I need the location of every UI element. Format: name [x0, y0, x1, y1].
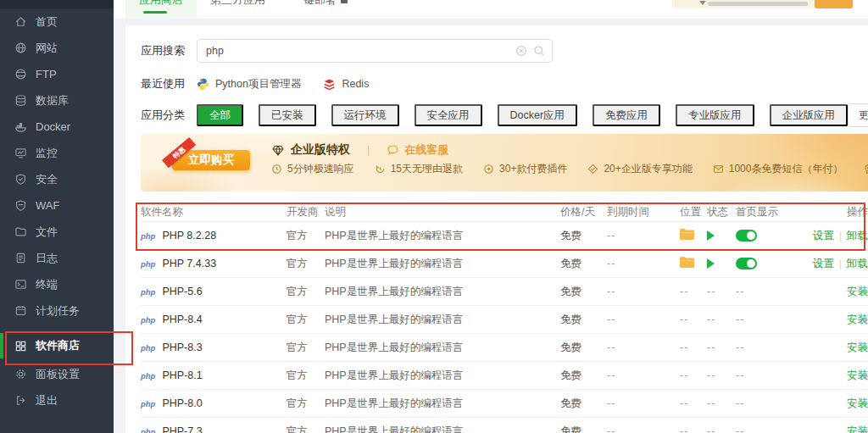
sidebar-item-logs[interactable]: 日志 [0, 245, 114, 271]
actions-cell: 安装 [800, 341, 868, 355]
action-link-安装[interactable]: 安装 [847, 397, 868, 409]
software-name: PHP-8.3 [162, 341, 202, 353]
status-cell [707, 230, 736, 241]
action-link-安装[interactable]: 安装 [847, 341, 868, 353]
banner-feature-4: 1000条免费短信（年付） [713, 162, 843, 176]
action-link-安装[interactable]: 安装 [847, 314, 868, 325]
sidebar-item-files[interactable]: 文件 [0, 219, 114, 245]
location-cell: -- [680, 369, 707, 381]
sidebar-item-appstore[interactable]: 软件商店 [0, 330, 114, 361]
price-cell: 免费 [560, 285, 607, 299]
home-display-toggle[interactable] [736, 258, 757, 269]
sidebar-item-site[interactable]: 网站 [0, 35, 114, 61]
action-link-安装[interactable]: 安装 [847, 369, 868, 381]
category-button-7[interactable]: 企业版应用 [770, 104, 849, 126]
sidebar-item-monitor[interactable]: 监控 [0, 140, 114, 166]
sidebar-item-settings[interactable]: 面板设置 [0, 361, 114, 387]
promo-button[interactable] [815, 0, 853, 8]
circle-close-icon[interactable] [515, 45, 527, 57]
category-button-4[interactable]: Docker应用 [498, 104, 578, 126]
category-button-6[interactable]: 专业版应用 [676, 104, 754, 126]
sidebar-item-logout[interactable]: 退出 [0, 387, 114, 414]
running-play-icon[interactable] [707, 230, 715, 241]
sidebar-item-label: 网站 [36, 41, 58, 56]
price-cell: 免费 [560, 313, 607, 327]
update-software-list-button[interactable]: 更新软件列表 / 支付状态 [848, 103, 868, 127]
recent-items: Python项目管理器Redis [197, 77, 391, 92]
table-header: 软件名称开发商说明价格/天到期时间位置状态首页显示操作 [141, 203, 868, 222]
category-button-3[interactable]: 安全应用 [415, 104, 482, 126]
home-display-cell [736, 258, 800, 269]
sidebar-item-label: FTP [36, 68, 57, 80]
main-area: 应用商店第三方应用一键部署 应用搜索 最近 [114, 0, 868, 433]
sidebar-item-home[interactable]: 首页 [0, 8, 114, 35]
column-header-0: 软件名称 [141, 205, 287, 219]
table-row-4: phpPHP-8.3官方PHP是世界上最好的编程语言免费--------安装 [141, 334, 868, 362]
category-button-1[interactable]: 已安装 [259, 104, 316, 126]
running-play-icon[interactable] [707, 258, 715, 269]
tab-0[interactable]: 应用商店 [125, 0, 197, 19]
tab-1[interactable]: 第三方应用 [197, 0, 279, 19]
open-folder-icon[interactable] [680, 257, 694, 270]
sidebar-item-docker[interactable]: Docker [0, 114, 114, 140]
table-row-3: phpPHP-8.4官方PHP是世界上最好的编程语言免费--------安装 [141, 306, 868, 334]
sidebar-item-terminal[interactable]: 终端 [0, 271, 114, 297]
status-cell: -- [707, 314, 736, 325]
recent-item-label: Redis [342, 78, 369, 90]
recent-item-label: Python项目管理器 [215, 77, 301, 92]
description-cell: PHP是世界上最好的编程语言 [325, 257, 560, 271]
location-empty: -- [680, 314, 688, 325]
price-cell: 免费 [560, 257, 607, 271]
magnifier-icon[interactable] [533, 45, 545, 57]
terminal-icon [14, 278, 27, 291]
location-empty: -- [680, 397, 688, 409]
location-cell: -- [680, 341, 707, 353]
home-display-toggle[interactable] [736, 230, 757, 241]
location-cell: -- [680, 397, 707, 409]
sidebar-item-label: 首页 [36, 14, 58, 30]
software-name: PHP-8.1 [162, 369, 202, 381]
expire-cell: -- [607, 369, 680, 381]
category-button-2[interactable]: 运行环境 [331, 104, 399, 126]
expire-value: -- [607, 286, 615, 297]
action-link-安装[interactable]: 安装 [847, 286, 868, 297]
software-name: PHP 7.4.33 [162, 258, 216, 269]
home-display-empty: -- [736, 425, 744, 433]
sidebar-item-security[interactable]: 安全 [0, 166, 114, 192]
sidebar-item-waf[interactable]: WAF [0, 192, 114, 219]
sidebar-item-cron[interactable]: 计划任务 [0, 297, 114, 324]
table-row-5: phpPHP-8.1官方PHP是世界上最好的编程语言免费--------安装 [141, 362, 868, 390]
description-cell: PHP是世界上最好的编程语言 [325, 229, 560, 243]
software-name-cell: phpPHP-8.4 [141, 314, 287, 325]
category-button-0[interactable]: 全部 [197, 104, 243, 126]
actions-cell: 设置|卸载 [800, 229, 868, 243]
search-input[interactable] [197, 39, 553, 63]
action-link-设置[interactable]: 设置 [813, 230, 834, 241]
tab-2[interactable]: 一键部署 [279, 0, 361, 19]
enterprise-banner: 特惠 立即购买 企业版特权 | 在线客服 [141, 134, 868, 192]
plugin-icon [483, 164, 494, 175]
sidebar-item-ftp[interactable]: FTP [0, 61, 114, 87]
status-cell: -- [707, 286, 736, 297]
banner-feature-5: 2张SSL商用证书（年付） [863, 162, 868, 176]
action-link-卸载[interactable]: 卸载 [847, 258, 868, 269]
table-row-1: phpPHP 7.4.33官方PHP是世界上最好的编程语言免费--设置|卸载 [141, 250, 868, 278]
home-display-empty: -- [736, 397, 744, 409]
open-folder-icon[interactable] [680, 229, 694, 242]
recent-item-0[interactable]: Python项目管理器 [197, 77, 301, 92]
software-name-cell: phpPHP-5.6 [141, 286, 287, 297]
recent-item-1[interactable]: Redis [323, 78, 369, 91]
expire-cell: -- [607, 286, 680, 297]
category-button-5[interactable]: 免费应用 [593, 104, 660, 126]
expire-value: -- [607, 397, 615, 409]
price-cell: 免费 [560, 425, 607, 433]
buy-now-label: 立即购买 [188, 153, 234, 168]
software-name-cell: phpPHP-8.1 [141, 369, 287, 381]
action-link-设置[interactable]: 设置 [813, 258, 834, 269]
action-link-卸载[interactable]: 卸载 [847, 230, 868, 241]
buy-now-button[interactable]: 特惠 立即购买 [172, 150, 250, 170]
mail-icon [713, 164, 724, 175]
sidebar-item-database[interactable]: 数据库 [0, 87, 114, 114]
online-support-link[interactable]: 在线客服 [387, 142, 448, 158]
action-link-安装[interactable]: 安装 [847, 425, 868, 433]
